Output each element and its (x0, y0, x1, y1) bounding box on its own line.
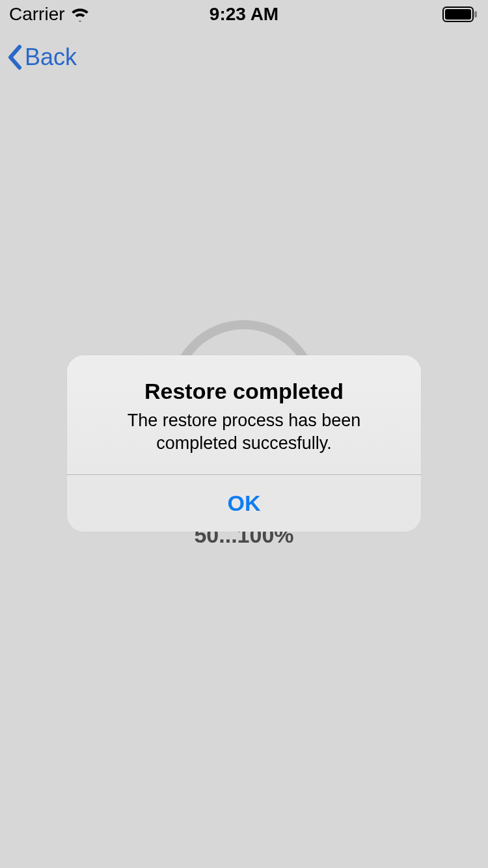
alert-title: Restore completed (87, 379, 401, 404)
ok-button[interactable]: OK (67, 475, 421, 532)
alert-dialog: Restore completed The restore process ha… (67, 355, 421, 532)
alert-body: Restore completed The restore process ha… (67, 355, 421, 474)
alert-message: The restore process has been completed s… (87, 409, 401, 455)
alert-actions: OK (67, 475, 421, 532)
